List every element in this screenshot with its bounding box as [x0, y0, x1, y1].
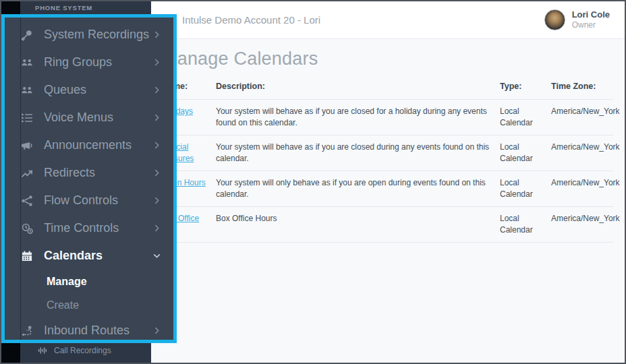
clocks-icon	[20, 222, 34, 235]
sidebar-item-queues[interactable]: Queues	[5, 76, 173, 104]
account-title: Intulse Demo Account 20 - Lori	[182, 14, 320, 26]
sidebar-item-inbound-routes[interactable]: Inbound Routes	[5, 317, 173, 344]
sidebar-subitem-manage[interactable]: Manage	[5, 270, 173, 293]
calendar-time-zone: America/New_York	[551, 171, 613, 207]
chevron-right-icon	[152, 141, 161, 150]
calendar-type: Local Calendar	[500, 135, 551, 171]
expanded-phone-system-menu: System Recordings Ring Groups Queues	[1, 14, 177, 343]
table-row: Open Hours Your system will only behave …	[162, 171, 613, 207]
column-header-description: Description:	[216, 76, 500, 100]
user-menu[interactable]: Lori Cole Owner	[544, 9, 610, 30]
calendar-time-zone: America/New_York	[551, 100, 613, 135]
calendar-time-zone: America/New_York	[551, 207, 613, 243]
calendar-description: Your system will behave as if you are cl…	[216, 100, 500, 135]
calendar-type: Local Calendar	[500, 171, 551, 207]
waveform-icon	[37, 345, 48, 356]
calendars-table: Name: Description: Type: Time Zone: Holi…	[162, 76, 613, 243]
sidebar-subitem-create[interactable]: Create	[5, 293, 173, 317]
chevron-down-icon	[152, 251, 161, 260]
sidebar-item-label: Flow Controls	[44, 193, 118, 208]
sidebar-item-label: Voice Menus	[44, 111, 113, 125]
top-header-bar: Intulse Demo Account 20 - Lori Lori Cole…	[151, 1, 625, 39]
user-info: Lori Cole Owner	[572, 9, 610, 30]
main-area: Intulse Demo Account 20 - Lori Lori Cole…	[151, 1, 625, 363]
sidebar-item-voice-menus[interactable]: Voice Menus	[5, 104, 173, 131]
ordered-list-icon	[20, 111, 34, 125]
table-header-row: Name: Description: Type: Time Zone:	[162, 76, 613, 100]
sidebar-subitem-label: Create	[47, 299, 79, 311]
microphone-icon	[20, 28, 34, 42]
chevron-right-icon	[152, 113, 161, 122]
users-icon	[20, 56, 34, 69]
sidebar-item-calendars[interactable]: Calendars	[5, 242, 173, 270]
sidebar-item-label: Ring Groups	[44, 55, 112, 69]
user-role: Owner	[572, 20, 610, 30]
sidebar-item-label: Calendars	[44, 249, 103, 263]
sidebar-item-label: Announcements	[44, 138, 132, 152]
sidebar-item-label: Redirects	[44, 166, 95, 180]
calendar-icon	[20, 249, 34, 263]
sidebar-item-label: Queues	[44, 83, 86, 97]
calendar-description: Box Office Hours	[216, 207, 500, 243]
app-window: PHONE SYSTEM Call Recordings Intulse Dem…	[0, 0, 626, 364]
sidebar-item-time-controls[interactable]: Time Controls	[5, 214, 173, 242]
chevron-right-icon	[152, 30, 161, 39]
table-row: Special Closures Your system will behave…	[162, 135, 613, 171]
chevron-right-icon	[152, 86, 161, 94]
sidebar-item-label: Time Controls	[44, 221, 119, 235]
column-header-type: Type:	[500, 76, 551, 100]
user-name: Lori Cole	[572, 9, 610, 20]
sidebar-item-ring-groups[interactable]: Ring Groups	[5, 49, 173, 76]
calendar-description: Your system will only behave as if you a…	[216, 171, 500, 207]
chevron-right-icon	[152, 224, 161, 233]
column-header-time-zone: Time Zone:	[551, 76, 613, 100]
sidebar-item-announcements[interactable]: Announcements	[5, 131, 173, 159]
sidebar-item-redirects[interactable]: Redirects	[5, 159, 173, 187]
table-row: Holidays Your system will behave as if y…	[162, 100, 613, 135]
users-icon	[20, 84, 34, 97]
chevron-right-icon	[152, 326, 161, 335]
megaphone-icon	[20, 139, 34, 152]
sidebar-item-system-recordings[interactable]: System Recordings	[5, 21, 173, 49]
table-row: Box Office Box Office Hours Local Calend…	[162, 207, 613, 243]
chevron-right-icon	[152, 169, 161, 177]
route-icon	[20, 324, 34, 338]
calendar-type: Local Calendar	[500, 207, 551, 243]
page-content: Manage Calendars Name: Description: Type…	[151, 39, 625, 363]
share-nodes-icon	[20, 194, 34, 208]
calendar-time-zone: America/New_York	[551, 135, 613, 171]
sidebar-item-label: System Recordings	[44, 28, 149, 42]
sidebar-item-flow-controls[interactable]: Flow Controls	[5, 187, 173, 214]
chevron-right-icon	[152, 58, 161, 67]
chevron-right-icon	[152, 196, 161, 205]
sidebar-item-label: Inbound Routes	[44, 324, 130, 338]
calendar-description: Your system will behave as if you are cl…	[216, 135, 500, 171]
sidebar-subitem-label: Manage	[47, 276, 87, 288]
phone-system-label: PHONE SYSTEM	[35, 4, 92, 11]
sidebar-item-label: Call Recordings	[54, 346, 111, 355]
trend-arrow-icon	[20, 166, 34, 180]
calendar-type: Local Calendar	[500, 100, 551, 135]
avatar	[544, 9, 565, 30]
sidebar-section-header: PHONE SYSTEM	[20, 1, 151, 14]
page-title: Manage Calendars	[162, 49, 625, 69]
